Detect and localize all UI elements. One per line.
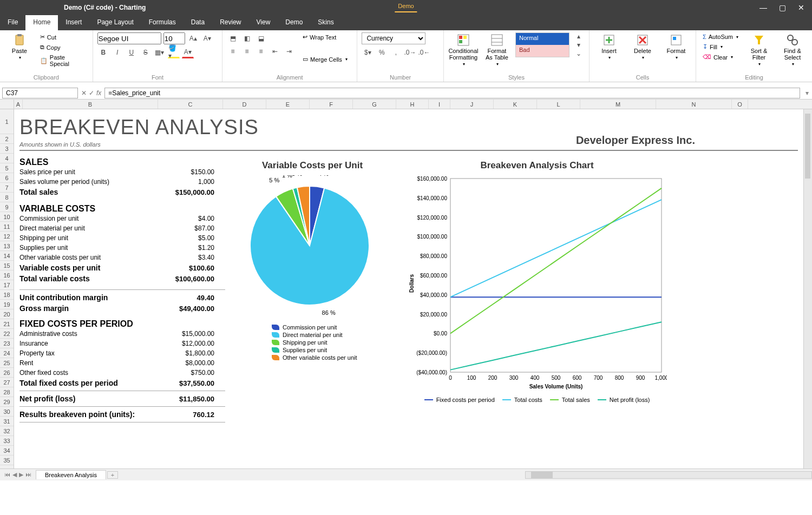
increase-font-icon[interactable]: A▴	[187, 32, 199, 44]
row-header[interactable]: 30	[0, 407, 14, 417]
row-header[interactable]: 20	[0, 309, 14, 319]
col-header[interactable]: I	[429, 100, 450, 109]
row-header[interactable]: 25	[0, 358, 14, 368]
horizontal-scrollbar[interactable]	[525, 471, 812, 479]
pie-chart[interactable]: Variable Costs per Unit 4 %86 %5 %1 %3 %…	[228, 160, 396, 404]
row-header[interactable]: 11	[0, 222, 14, 232]
row-header[interactable]: 18	[0, 290, 14, 300]
comma-icon[interactable]: ,	[390, 47, 402, 58]
row-header[interactable]: 33	[0, 436, 14, 446]
accounting-icon[interactable]: $▾	[362, 47, 374, 58]
row-header[interactable]: 12	[0, 232, 14, 241]
row-header[interactable]: 1	[0, 109, 14, 134]
last-sheet-icon[interactable]: ⏭	[25, 471, 31, 478]
col-header[interactable]: D	[223, 100, 266, 109]
row-header[interactable]: 7	[0, 183, 14, 193]
align-center-icon[interactable]: ≡	[241, 45, 253, 57]
enter-formula-icon[interactable]: ✓	[89, 89, 94, 97]
col-header[interactable]: K	[494, 100, 537, 109]
row-header[interactable]: 21	[0, 319, 14, 329]
insert-cells-button[interactable]: Insert▾	[594, 32, 624, 61]
row-header[interactable]: 8	[0, 193, 14, 202]
decrease-decimal-icon[interactable]: .0←	[418, 47, 430, 58]
tab-file[interactable]: File	[0, 15, 25, 30]
styles-more-icon[interactable]: ⌄	[573, 50, 585, 57]
format-cells-button[interactable]: Format▾	[661, 32, 691, 61]
increase-decimal-icon[interactable]: .0→	[404, 47, 416, 58]
tab-formulas[interactable]: Formulas	[141, 15, 184, 30]
align-middle-icon[interactable]: ◧	[241, 32, 253, 44]
align-bottom-icon[interactable]: ⬓	[255, 32, 267, 44]
decrease-indent-icon[interactable]: ⇤	[269, 45, 281, 57]
select-all-corner[interactable]	[0, 100, 14, 109]
row-header[interactable]: 27	[0, 378, 14, 387]
close-icon[interactable]: ✕	[798, 3, 804, 12]
row-header[interactable]: 29	[0, 397, 14, 407]
tab-demo[interactable]: Demo	[278, 15, 310, 30]
col-header[interactable]: A	[14, 100, 23, 109]
tab-page-layout[interactable]: Page Layout	[89, 15, 141, 30]
row-header[interactable]: 28	[0, 387, 14, 397]
col-header[interactable]: H	[396, 100, 429, 109]
col-header[interactable]: B	[23, 100, 158, 109]
cancel-formula-icon[interactable]: ✕	[81, 89, 87, 97]
percent-icon[interactable]: %	[376, 47, 388, 58]
tab-view[interactable]: View	[249, 15, 278, 30]
next-sheet-icon[interactable]: ▶	[19, 471, 23, 478]
expand-formula-icon[interactable]: ▾	[802, 89, 812, 97]
font-size-combo[interactable]	[163, 32, 185, 44]
row-header[interactable]: 14	[0, 251, 14, 261]
name-box[interactable]	[2, 88, 78, 98]
formula-input[interactable]	[104, 88, 800, 98]
row-header[interactable]: 32	[0, 426, 14, 436]
row-header[interactable]: 15	[0, 261, 14, 270]
wrap-text-button[interactable]: ↩Wrap Text	[300, 32, 350, 42]
add-sheet-button[interactable]: +	[107, 471, 118, 479]
styles-scroll-up-icon[interactable]: ▴	[573, 32, 585, 40]
paste-special-button[interactable]: 📋Paste Special	[38, 53, 88, 68]
col-header[interactable]: O	[732, 100, 748, 109]
tab-home[interactable]: Home	[25, 15, 58, 30]
style-bad[interactable]: Bad	[516, 45, 569, 57]
bold-icon[interactable]: B	[97, 47, 109, 58]
borders-icon[interactable]: ▦▾	[154, 47, 166, 58]
clear-button[interactable]: ⌫Clear▾	[700, 52, 741, 62]
cell-styles-gallery[interactable]: Normal Bad	[515, 32, 569, 57]
col-header[interactable]: N	[656, 100, 732, 109]
autosum-button[interactable]: ΣAutoSum▾	[700, 32, 741, 41]
contextual-tab-demo[interactable]: Demo	[395, 3, 417, 12]
row-header[interactable]: 34	[0, 446, 14, 455]
worksheet-content[interactable]: BREAKEVEN ANALYSIS Developer Express Inc…	[14, 109, 803, 468]
maximize-icon[interactable]: ▢	[779, 3, 786, 12]
row-header[interactable]: 3	[0, 144, 14, 154]
merge-cells-button[interactable]: ▭Merge Cells▾	[300, 55, 350, 64]
number-format-combo[interactable]: Currency	[362, 32, 425, 44]
row-header[interactable]: 19	[0, 300, 14, 309]
styles-scroll-down-icon[interactable]: ▾	[573, 41, 585, 49]
col-header[interactable]: J	[450, 100, 494, 109]
col-header[interactable]: E	[266, 100, 310, 109]
fx-icon[interactable]: fx	[96, 89, 101, 97]
fill-color-icon[interactable]: 🪣▾	[168, 47, 180, 58]
underline-icon[interactable]: U	[126, 47, 137, 58]
minimize-icon[interactable]: —	[759, 3, 767, 12]
row-header[interactable]: 26	[0, 368, 14, 378]
tab-data[interactable]: Data	[184, 15, 212, 30]
row-header[interactable]: 22	[0, 329, 14, 339]
tab-insert[interactable]: Insert	[58, 15, 89, 30]
row-header[interactable]: 17	[0, 280, 14, 290]
delete-cells-button[interactable]: Delete▾	[627, 32, 658, 61]
strikethrough-icon[interactable]: S	[140, 47, 152, 58]
col-header[interactable]: F	[310, 100, 353, 109]
row-header[interactable]: 5	[0, 163, 14, 173]
prev-sheet-icon[interactable]: ◀	[12, 471, 17, 478]
row-header[interactable]: 35	[0, 455, 14, 465]
paste-button[interactable]: Paste▾	[4, 32, 35, 61]
italic-icon[interactable]: I	[112, 47, 123, 58]
format-as-table-button[interactable]: Format As Table▾	[482, 32, 512, 68]
row-header[interactable]: 31	[0, 417, 14, 426]
font-name-combo[interactable]	[97, 32, 161, 44]
row-header[interactable]: 9	[0, 202, 14, 212]
row-header[interactable]: 16	[0, 270, 14, 280]
find-select-button[interactable]: Find & Select▾	[777, 32, 808, 68]
